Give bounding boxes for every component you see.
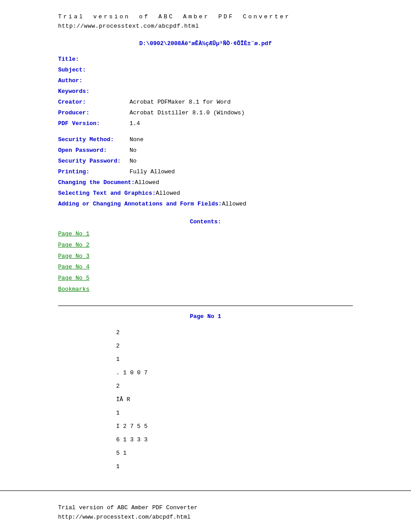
security-open-password-row: Open Password: No	[58, 145, 353, 156]
meta-pdfversion-label: PDF Version:	[58, 118, 130, 129]
footer-trial: Trial version of ABC Amber PDF Converter…	[0, 490, 411, 531]
metadata-section: Title: Subject: Author: Keywords: Creato…	[0, 54, 411, 129]
contents-link-6[interactable]: Bookmarks	[58, 284, 353, 295]
contents-link-2[interactable]: Page No 2	[58, 240, 353, 251]
security-section: Security Method: None Open Password: No …	[0, 134, 411, 209]
meta-producer-row: Producer: Acrobat Distiller 8.1.0 (Windo…	[58, 108, 353, 118]
footer-trial-line2: http://www.processtext.com/abcpdf.html	[58, 513, 353, 522]
page-content-line-2: 2	[116, 340, 295, 352]
meta-creator-row: Creator: Acrobat PDFMaker 8.1 for Word	[58, 97, 353, 108]
page-content-line-10: 5 1	[116, 448, 295, 459]
meta-producer-label: Producer:	[58, 108, 130, 118]
page-no-title: Page No 1	[58, 313, 353, 320]
security-adding-label: Adding or Changing Annotations and Form …	[58, 199, 222, 209]
page-no-section: Page No 1 221 . 1 0 0 7 2ÏÂ R 1 I 2 7 5 …	[0, 313, 411, 473]
security-password-value: No	[130, 156, 137, 167]
meta-pdfversion-row: PDF Version: 1.4	[58, 118, 353, 129]
page-content: 221 . 1 0 0 7 2ÏÂ R 1 I 2 7 5 5 6 1 3 3 …	[58, 327, 353, 473]
meta-author-label: Author:	[58, 75, 130, 86]
security-selecting-value: Allowed	[155, 188, 180, 199]
security-selecting-label: Selecting Text and Graphics:	[58, 188, 155, 199]
security-printing-value: Fully Allowed	[130, 167, 175, 177]
security-changing-label: Changing the Document:	[58, 177, 135, 188]
meta-title-label: Title:	[58, 54, 130, 65]
security-printing-label: Printing:	[58, 167, 130, 177]
footer-trial-line1: Trial version of ABC Amber PDF Converter	[58, 503, 353, 513]
meta-subject-label: Subject:	[58, 65, 130, 75]
security-method-row: Security Method: None	[58, 134, 353, 145]
page-content-line-3: 1	[116, 354, 295, 365]
page-content-line-7: 1	[116, 407, 295, 419]
meta-subject-row: Subject:	[58, 65, 353, 75]
meta-keywords-label: Keywords:	[58, 86, 130, 97]
contents-link-1[interactable]: Page No 1	[58, 229, 353, 240]
meta-creator-value: Acrobat PDFMaker 8.1 for Word	[130, 97, 231, 108]
security-changing-row: Changing the Document: Allowed	[58, 177, 353, 188]
divider	[58, 306, 353, 306]
security-selecting-row: Selecting Text and Graphics: Allowed	[58, 188, 353, 199]
header-trial-line2: http://www.processtext.com/abcpdf.html	[58, 22, 353, 31]
page: Trial version of ABC Amber PDF Converter…	[0, 0, 411, 532]
security-method-value: None	[130, 134, 143, 145]
security-open-password-value: No	[130, 145, 137, 156]
meta-creator-label: Creator:	[58, 97, 130, 108]
contents-section: Contents: Page No 1Page No 2Page No 3Pag…	[0, 218, 411, 295]
contents-link-3[interactable]: Page No 3	[58, 251, 353, 262]
security-adding-row: Adding or Changing Annotations and Form …	[58, 199, 353, 209]
security-printing-row: Printing: Fully Allowed	[58, 167, 353, 177]
contents-title: Contents:	[58, 218, 353, 225]
page-content-line-9: 6 1 3 3 3	[116, 434, 295, 446]
meta-author-row: Author:	[58, 75, 353, 86]
header-trial: Trial version of ABC Amber PDF Converter…	[0, 0, 411, 35]
contents-link-5[interactable]: Page No 5	[58, 273, 353, 284]
meta-producer-value: Acrobat Distiller 8.1.0 (Windows)	[130, 108, 244, 118]
page-content-line-5: 2	[116, 381, 295, 392]
page-content-line-11: 1	[116, 461, 295, 473]
security-open-password-label: Open Password:	[58, 145, 130, 156]
security-changing-value: Allowed	[135, 177, 159, 188]
page-content-line-1: 2	[116, 327, 295, 339]
page-content-line-8: I 2 7 5 5	[116, 421, 295, 432]
page-content-line-6: ÏÂ R	[116, 394, 295, 406]
security-password-label: Security Password:	[58, 156, 130, 167]
security-method-label: Security Method:	[58, 134, 130, 145]
page-content-line-4: . 1 0 0 7	[116, 367, 295, 379]
file-path: D:\0902\2008Äê°æÊÀ½çÆÛµ¹ÑÒ·¢ÕÎÈ±¨æ.pdf	[58, 40, 353, 47]
meta-keywords-row: Keywords:	[58, 86, 353, 97]
contents-links: Page No 1Page No 2Page No 3Page No 4Page…	[58, 229, 353, 295]
security-adding-value: Allowed	[222, 199, 247, 209]
security-password-row: Security Password: No	[58, 156, 353, 167]
meta-pdfversion-value: 1.4	[130, 118, 140, 129]
meta-title-row: Title:	[58, 54, 353, 65]
header-trial-line1: Trial version of ABC Amber PDF Converter	[58, 13, 353, 22]
contents-link-4[interactable]: Page No 4	[58, 262, 353, 273]
